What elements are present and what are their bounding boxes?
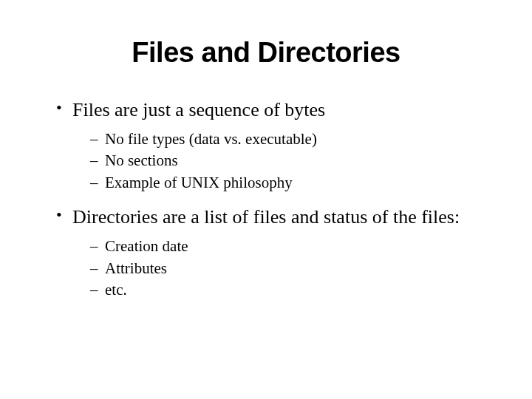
sub-list: Creation date Attributes etc. [72,236,488,301]
sub-list: No file types (data vs. executable) No s… [72,129,488,194]
bullet-text: Files are just a sequence of bytes [72,99,325,120]
main-list: Files are just a sequence of bytes No fi… [44,97,488,301]
sub-item: Creation date [72,236,488,257]
sub-item: Attributes [72,258,488,279]
bullet-item: Files are just a sequence of bytes No fi… [52,97,488,194]
bullet-text: Directories are a list of files and stat… [72,206,460,228]
slide-title: Files and Directories [44,37,488,69]
sub-item: No file types (data vs. executable) [72,129,488,150]
bullet-item: Directories are a list of files and stat… [52,204,488,301]
sub-item: etc. [72,279,488,301]
sub-item: Example of UNIX philosophy [72,172,488,194]
sub-item: No sections [72,150,488,171]
